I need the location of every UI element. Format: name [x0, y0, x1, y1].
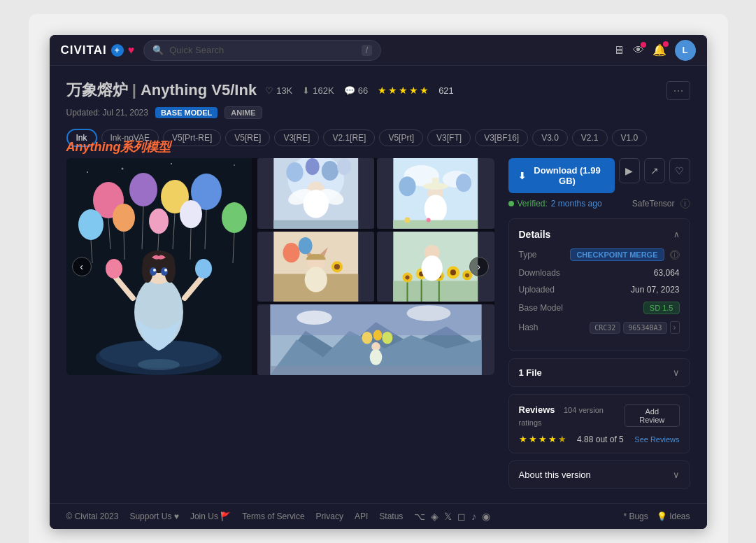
vtab-v3ft[interactable]: V3[FT] — [427, 129, 471, 146]
add-review-button[interactable]: Add Review — [625, 404, 679, 427]
share-button[interactable]: ↗ — [644, 158, 665, 183]
left-panel: Anything系列模型 — [66, 158, 494, 489]
grid-image-1[interactable] — [257, 158, 375, 229]
svg-point-37 — [106, 259, 122, 278]
download-button[interactable]: ⬇ Download (1.99 GB) — [508, 158, 615, 193]
grid-image-2[interactable] — [377, 158, 494, 229]
twitter-icon[interactable]: 𝕏 — [444, 511, 452, 522]
verified-row: Verified: 2 months ago SafeTensor i — [508, 199, 690, 209]
monitor-icon[interactable]: 🖥 — [613, 44, 625, 57]
detail-type-row: Type CHECKPOINT MERGE ⓘ — [519, 248, 680, 261]
terms-link[interactable]: Terms of Service — [242, 512, 304, 521]
status-link[interactable]: Status — [379, 512, 403, 521]
about-version-card: About this version ∨ — [508, 460, 690, 489]
share-icon: ↗ — [650, 165, 659, 176]
comment-stat-icon: 💬 — [344, 85, 355, 96]
ideas-link[interactable]: 💡 Ideas — [657, 512, 690, 521]
vtab-v5prt-re[interactable]: V5[Prt-RE] — [163, 129, 221, 146]
comment-stat: 💬 66 — [344, 85, 368, 96]
svg-point-61 — [404, 218, 410, 223]
vtab-v21re[interactable]: V2.1[RE] — [323, 129, 375, 146]
play-icon: ▶ — [625, 165, 633, 176]
svg-point-39 — [138, 359, 180, 370]
details-header: Details ∧ — [519, 229, 680, 240]
svg-point-48 — [321, 161, 338, 181]
detail-base-model-row: Base Model SD 1.5 — [519, 302, 680, 314]
reddit-icon[interactable]: ◉ — [482, 511, 490, 522]
updated-date: Updated: Jul 21, 2023 — [66, 108, 148, 118]
grid-image-3[interactable] — [257, 232, 375, 302]
github-icon[interactable]: ⌥ — [414, 511, 425, 522]
grid-image-5[interactable] — [257, 304, 494, 375]
vtab-v3bf16[interactable]: V3[BF16] — [475, 129, 528, 146]
play-button[interactable]: ▶ — [619, 158, 640, 183]
instagram-icon[interactable]: ◻ — [457, 511, 466, 522]
bell-dot — [663, 41, 669, 47]
svg-rect-50 — [273, 220, 358, 229]
join-link[interactable]: Join Us 🚩 — [190, 512, 231, 521]
svg-point-95 — [406, 306, 450, 322]
image-grid: ··· — [257, 158, 494, 375]
see-reviews-link[interactable]: See Reviews — [634, 435, 679, 444]
hash-badges: CRC32 96534BA3 › — [590, 321, 679, 334]
search-bar[interactable]: 🔍 Quick Search / — [143, 40, 381, 61]
about-chevron-icon[interactable]: ∨ — [673, 470, 680, 480]
discord-icon[interactable]: ◈ — [431, 511, 438, 522]
detail-downloads-row: Downloads 63,064 — [519, 268, 680, 278]
type-info-icon[interactable]: ⓘ — [670, 250, 680, 260]
vtab-v21[interactable]: V2.1 — [572, 129, 608, 146]
vtab-v3re[interactable]: V3[RE] — [274, 129, 319, 146]
details-title: Details — [519, 229, 551, 240]
outer-wrapper: CIVITAI + ♥ 🔍 Quick Search / 🖥 👁 🔔 — [29, 14, 728, 543]
favorite-button[interactable]: ♡ — [669, 158, 690, 183]
support-link[interactable]: Support Us ♥ — [129, 512, 179, 521]
details-card: Details ∧ Type CHECKPOINT MERGE ⓘ Downlo… — [508, 218, 690, 351]
nav-heart-icon: ♥ — [128, 44, 136, 57]
svg-point-72 — [298, 237, 312, 254]
carousel-prev-button[interactable]: ‹ — [72, 257, 92, 276]
file-card: 1 File ∨ — [508, 358, 690, 387]
vtab-v30[interactable]: V3.0 — [532, 129, 568, 146]
svg-point-18 — [113, 204, 135, 232]
search-placeholder: Quick Search — [169, 45, 224, 55]
privacy-link[interactable]: Privacy — [316, 512, 343, 521]
vtab-v5prt[interactable]: V5[Prt] — [379, 129, 423, 146]
svg-point-38 — [195, 259, 212, 278]
user-avatar[interactable]: L — [675, 40, 696, 61]
eye-notification[interactable]: 👁 — [633, 44, 644, 57]
hash-expand-button[interactable]: › — [670, 321, 680, 334]
vtab-v5re[interactable]: V5[RE] — [225, 129, 270, 146]
carousel-next-button[interactable]: › — [469, 257, 489, 276]
svg-point-59 — [456, 174, 471, 192]
safetensor-info-icon[interactable]: i — [680, 199, 690, 209]
detail-uploaded-row: Uploaded Jun 07, 2023 — [519, 285, 680, 295]
base-model-value: SD 1.5 — [643, 302, 680, 314]
svg-rect-74 — [393, 281, 478, 302]
file-chevron-icon[interactable]: ∨ — [673, 367, 680, 378]
downloads-value: 63,064 — [654, 268, 680, 278]
download-stat: ⬇ 162K — [302, 85, 334, 96]
about-version-label: About this version — [519, 470, 591, 480]
details-chevron-icon[interactable]: ∧ — [673, 230, 680, 239]
search-slash: / — [362, 45, 372, 56]
api-link[interactable]: API — [355, 512, 368, 521]
right-panel: ⬇ Download (1.99 GB) ▶ ↗ ♡ — [508, 158, 690, 489]
vtab-v10[interactable]: V1.0 — [612, 129, 648, 146]
bell-notification[interactable]: 🔔 — [652, 43, 666, 57]
uploaded-label: Uploaded — [519, 285, 555, 295]
navbar: CIVITAI + ♥ 🔍 Quick Search / 🖥 👁 🔔 — [50, 35, 707, 66]
base-model-badge: BASE MODEL — [155, 107, 217, 118]
download-area: ⬇ Download (1.99 GB) ▶ ↗ ♡ — [508, 158, 690, 193]
site-logo[interactable]: CIVITAI + ♥ — [61, 43, 136, 57]
like-stat: ♡ 13K — [265, 85, 292, 96]
main-image: ‹ — [66, 158, 252, 375]
model-menu-button[interactable]: ··· — [666, 81, 690, 100]
bugs-link[interactable]: * Bugs — [623, 512, 648, 521]
detail-hash-row: Hash CRC32 96534BA3 › — [519, 321, 680, 334]
social-links: ⌥ ◈ 𝕏 ◻ ♪ ◉ — [414, 511, 490, 522]
svg-point-2 — [121, 168, 123, 170]
heart-stat-icon: ♡ — [265, 85, 273, 96]
tiktok-icon[interactable]: ♪ — [471, 511, 476, 522]
verified-time[interactable]: 2 months ago — [551, 199, 602, 209]
svg-rect-57 — [432, 178, 439, 187]
